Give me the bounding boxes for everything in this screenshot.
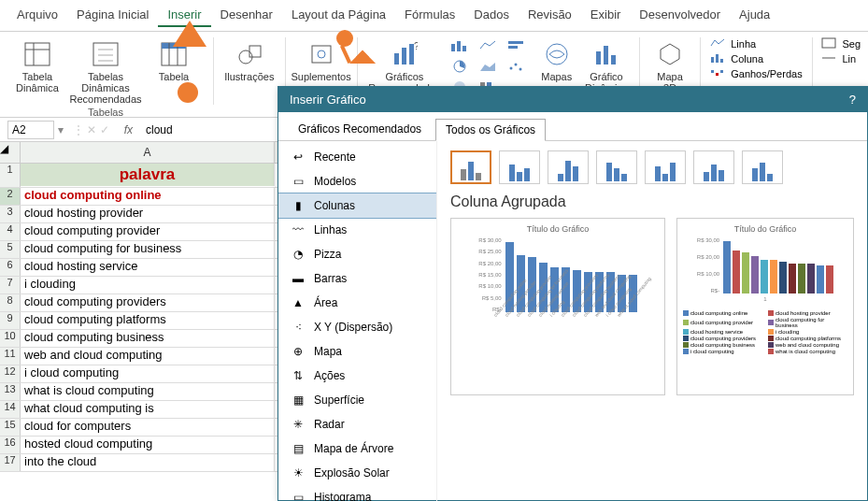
table-label: Tabela	[159, 71, 189, 82]
svg-rect-17	[457, 41, 461, 51]
cell[interactable]: cloud computing online	[21, 188, 275, 205]
chart-subtype-2[interactable]	[548, 150, 589, 184]
recommended-pivot-button[interactable]: Tabelas Dinâmicas Recomendadas	[67, 37, 144, 107]
row-header[interactable]: 4	[0, 223, 21, 240]
chart-subtype-0[interactable]	[450, 150, 491, 184]
svg-rect-34	[720, 59, 723, 63]
slicer-button[interactable]: Seg	[821, 37, 861, 50]
menu-desenvolvedor[interactable]: Desenvolvedor	[630, 4, 730, 27]
chart-type-x-y-dispers-o-[interactable]: ⁖X Y (Dispersão)	[278, 315, 436, 339]
row-header[interactable]: 15	[0, 419, 21, 436]
pivot-table-button[interactable]: Tabela Dinâmica	[11, 37, 64, 107]
row-header[interactable]: 2	[0, 188, 21, 205]
sparkline-line-button[interactable]: Linha	[710, 37, 802, 50]
row-header[interactable]: 17	[0, 454, 21, 471]
tab-recommended-charts[interactable]: Gráficos Recomendados	[288, 118, 432, 140]
menu-página-inicial[interactable]: Página Inicial	[67, 4, 158, 27]
chart-type-mapa-de-rvore[interactable]: ▤Mapa de Árvore	[278, 437, 436, 461]
select-all-corner[interactable]: ◢	[0, 142, 21, 163]
svg-rect-19	[508, 41, 523, 44]
column-header-a[interactable]: A	[21, 142, 275, 163]
row-header[interactable]: 13	[0, 383, 21, 400]
chart-type-icon: ☀	[290, 465, 306, 480]
menu-revisão[interactable]: Revisão	[519, 4, 581, 27]
row-header[interactable]: 16	[0, 437, 21, 453]
menu-layout-da-página[interactable]: Layout da Página	[282, 4, 395, 27]
cell[interactable]: cloud computing business	[21, 330, 275, 347]
chart-type--rea[interactable]: ▲Área	[278, 291, 436, 315]
menu-arquivo[interactable]: Arquivo	[7, 4, 67, 27]
row-header[interactable]: 12	[0, 365, 21, 382]
chart-type-icon: ▦	[290, 393, 306, 408]
chart-subtype-6[interactable]	[742, 150, 783, 184]
svg-rect-29	[596, 51, 601, 64]
chart-type-modelos[interactable]: ▭Modelos	[278, 169, 436, 193]
cell[interactable]: cloud computing platforms	[21, 312, 275, 329]
cell[interactable]: i cloud computing	[21, 365, 275, 382]
timeline-button[interactable]: Lin	[821, 52, 861, 65]
row-header[interactable]: 6	[0, 259, 21, 276]
row-header[interactable]: 8	[0, 294, 21, 311]
tab-all-charts[interactable]: Todos os Gráficos	[435, 119, 546, 141]
menu-desenhar[interactable]: Desenhar	[211, 4, 282, 27]
row-header[interactable]: 10	[0, 330, 21, 347]
row-header[interactable]: 11	[0, 348, 21, 365]
cell[interactable]: into the cloud	[21, 454, 275, 471]
row-header[interactable]: 9	[0, 312, 21, 329]
dialog-help-icon[interactable]: ?	[849, 93, 856, 107]
menu-bar: ArquivoPágina InicialInserirDesenharLayo…	[0, 0, 868, 32]
namebox-dropdown-icon[interactable]: ▾	[58, 123, 64, 136]
maps-button[interactable]: Mapas	[535, 37, 577, 84]
chart-type-icon: ↩	[290, 150, 306, 165]
chart-type-colunas[interactable]: ▮Colunas	[278, 193, 436, 218]
cell[interactable]: cloud computing for business	[21, 241, 275, 258]
chart-type-recente[interactable]: ↩Recente	[278, 145, 436, 169]
cell[interactable]: hosted cloud computing	[21, 437, 275, 453]
svg-rect-37	[720, 70, 723, 73]
menu-ajuda[interactable]: Ajuda	[730, 4, 779, 27]
chart-preview-2[interactable]: Título do Gráfico R$ 30,00R$ 20,00R$ 10,…	[676, 218, 854, 395]
row-header[interactable]: 5	[0, 241, 21, 258]
cell[interactable]: web and cloud computing	[21, 348, 275, 365]
menu-fórmulas[interactable]: Fórmulas	[395, 4, 464, 27]
chart-type-linhas[interactable]: 〰Linhas	[278, 218, 436, 242]
chart-type-histograma[interactable]: ▭Histograma	[278, 485, 436, 501]
pivot-table-label: Tabela Dinâmica	[13, 71, 62, 93]
fx-icon[interactable]: fx	[119, 123, 138, 136]
chart-type-icon: 〰	[290, 222, 306, 237]
row-header[interactable]: 7	[0, 277, 21, 293]
row-header[interactable]: 3	[0, 206, 21, 222]
chart-subtype-1[interactable]	[499, 150, 540, 184]
illustrations-button[interactable]: Ilustrações	[223, 37, 276, 84]
dialog-titlebar[interactable]: Inserir Gráfico ?	[278, 87, 867, 112]
chart-type-radar[interactable]: ✳Radar	[278, 412, 436, 437]
cell[interactable]: cloud for computers	[21, 419, 275, 436]
sparkline-column-button[interactable]: Coluna	[710, 52, 802, 65]
row-header[interactable]: 1	[0, 164, 21, 187]
cell[interactable]: i clouding	[21, 277, 275, 293]
chart-preview-1[interactable]: Título do Gráfico R$ 30,00R$ 25,00R$ 20,…	[450, 218, 665, 395]
cell[interactable]: cloud computing provider	[21, 223, 275, 240]
chart-type-barras[interactable]: ▬Barras	[278, 266, 436, 291]
cell[interactable]: what is cloud computing	[21, 383, 275, 400]
name-box[interactable]	[7, 121, 54, 139]
chart-type-explos-o-solar[interactable]: ☀Explosão Solar	[278, 461, 436, 485]
svg-rect-10	[312, 46, 331, 63]
menu-dados[interactable]: Dados	[464, 4, 519, 27]
cell[interactable]: cloud hosting provider	[21, 206, 275, 222]
chart-subtype-3[interactable]	[596, 150, 637, 184]
chart-subtype-5[interactable]	[693, 150, 734, 184]
cell[interactable]: cloud hosting service	[21, 259, 275, 276]
chart-type-superf-cie[interactable]: ▦Superfície	[278, 388, 436, 412]
cell[interactable]: what cloud computing is	[21, 401, 275, 418]
header-cell[interactable]: palavra	[21, 164, 275, 186]
row-header[interactable]: 14	[0, 401, 21, 418]
chart-type-a-es[interactable]: ⇅Ações	[278, 364, 436, 388]
chart-subtype-4[interactable]	[645, 150, 686, 184]
sparkline-winloss-button[interactable]: Ganhos/Perdas	[710, 67, 802, 80]
callout-dot-1	[178, 82, 198, 103]
chart-type-mapa[interactable]: ⊕Mapa	[278, 339, 436, 364]
chart-type-pizza[interactable]: ◔Pizza	[278, 242, 436, 266]
menu-exibir[interactable]: Exibir	[581, 4, 631, 27]
cell[interactable]: cloud computing providers	[21, 294, 275, 311]
